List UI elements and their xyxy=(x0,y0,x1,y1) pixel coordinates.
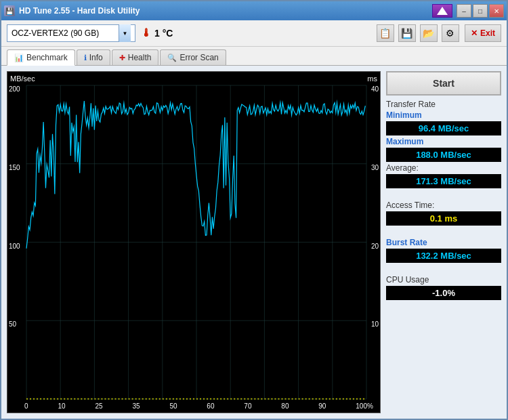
cpu-usage-group: CPU Usage -1.0% xyxy=(386,275,501,300)
burst-rate-group: Burst Rate 132.2 MB/sec xyxy=(386,238,501,263)
folder-icon-btn[interactable]: 📂 xyxy=(420,24,438,42)
burst-rate-value: 132.2 MB/sec xyxy=(386,249,501,263)
start-button[interactable]: Start xyxy=(386,71,501,96)
maximize-button[interactable]: □ xyxy=(473,4,488,18)
exit-label: Exit xyxy=(480,28,495,38)
exit-x-icon: ✕ xyxy=(471,28,478,38)
benchmark-canvas xyxy=(7,72,380,413)
purple-button[interactable] xyxy=(432,4,452,18)
toolbar-icons: 📋 💾 📂 ⚙ xyxy=(377,24,459,42)
copy-icon-btn[interactable]: 📋 xyxy=(377,24,394,42)
save-icon-btn[interactable]: 💾 xyxy=(398,24,416,42)
thermometer-icon: 🌡 xyxy=(141,27,152,39)
x-90: 90 xyxy=(318,402,326,410)
health-tab-label: Health xyxy=(128,53,152,62)
settings-icon-btn[interactable]: ⚙ xyxy=(442,24,459,42)
tab-health[interactable]: ✚ Health xyxy=(112,49,159,65)
cpu-usage-value: -1.0% xyxy=(386,286,501,300)
x-60: 60 xyxy=(207,402,214,410)
minimize-button[interactable]: – xyxy=(457,4,471,18)
tab-benchmark[interactable]: 📊 Benchmark xyxy=(7,49,75,66)
exit-button[interactable]: ✕ Exit xyxy=(465,24,501,42)
drive-selector[interactable]: OCZ-VERTEX2 (90 GB) ▼ xyxy=(7,24,135,42)
x-0: 0 xyxy=(24,402,28,410)
right-panel: Start Transfer Rate Minimum 96.4 MB/sec … xyxy=(386,71,501,413)
cpu-usage-label: CPU Usage xyxy=(386,275,501,285)
x-axis: 0 10 25 35 50 60 70 80 90 100% xyxy=(24,402,373,410)
benchmark-tab-label: Benchmark xyxy=(26,53,68,62)
spacer3 xyxy=(386,267,501,271)
x-25: 25 xyxy=(95,402,102,410)
tab-error-scan[interactable]: 🔍 Error Scan xyxy=(160,49,226,65)
x-50: 50 xyxy=(169,402,177,410)
tab-bar: 📊 Benchmark ℹ Info ✚ Health 🔍 Error Scan xyxy=(1,47,507,66)
tab-info[interactable]: ℹ Info xyxy=(77,49,110,65)
minimum-value: 96.4 MB/sec xyxy=(386,121,501,135)
spacer1 xyxy=(386,192,501,196)
x-100: 100% xyxy=(356,402,373,410)
average-value: 171.3 MB/sec xyxy=(386,174,501,188)
drive-dropdown-arrow[interactable]: ▼ xyxy=(119,24,131,42)
x-35: 35 xyxy=(132,402,140,410)
title-bar-buttons: – □ ✕ xyxy=(432,4,504,18)
access-time-group: Access Time: 0.1 ms xyxy=(386,201,501,226)
app-icon: 💾 xyxy=(4,5,15,16)
spacer2 xyxy=(386,230,501,234)
maximum-value: 188.0 MB/sec xyxy=(386,148,501,162)
info-tab-icon: ℹ xyxy=(84,54,87,62)
maximum-label: Maximum xyxy=(386,137,501,146)
x-70: 70 xyxy=(244,402,251,410)
temperature-display: 🌡 1 °C xyxy=(141,27,173,39)
burst-rate-label: Burst Rate xyxy=(386,238,501,247)
minimum-label: Minimum xyxy=(386,110,501,120)
title-bar-left: 💾 HD Tune 2.55 - Hard Disk Utility xyxy=(4,5,140,16)
temperature-value: 1 °C xyxy=(154,28,173,39)
window-title: HD Tune 2.55 - Hard Disk Utility xyxy=(19,6,140,16)
x-10: 10 xyxy=(58,402,65,410)
close-button[interactable]: ✕ xyxy=(489,4,504,18)
svg-marker-0 xyxy=(437,7,448,15)
main-window: 💾 HD Tune 2.55 - Hard Disk Utility – □ ✕… xyxy=(0,0,508,420)
health-tab-icon: ✚ xyxy=(119,54,125,62)
error-scan-tab-icon: 🔍 xyxy=(167,54,177,62)
x-80: 80 xyxy=(281,402,289,410)
access-time-value: 0.1 ms xyxy=(386,211,501,226)
info-tab-label: Info xyxy=(89,53,103,62)
drive-name: OCZ-VERTEX2 (90 GB) xyxy=(12,28,99,38)
error-scan-tab-label: Error Scan xyxy=(179,53,218,62)
toolbar: OCZ-VERTEX2 (90 GB) ▼ 🌡 1 °C 📋 💾 📂 ⚙ ✕ E… xyxy=(1,20,507,47)
average-label: Average: xyxy=(386,163,501,173)
benchmark-tab-icon: 📊 xyxy=(14,54,24,62)
transfer-rate-label: Transfer Rate xyxy=(386,100,501,109)
title-bar: 💾 HD Tune 2.55 - Hard Disk Utility – □ ✕ xyxy=(1,1,507,20)
main-content: MB/sec ms 200 150 100 50 40 30 20 10 xyxy=(1,66,507,419)
access-time-label: Access Time: xyxy=(386,201,501,210)
benchmark-chart-container: MB/sec ms 200 150 100 50 40 30 20 10 xyxy=(7,71,381,413)
transfer-rate-group: Transfer Rate Minimum 96.4 MB/sec Maximu… xyxy=(386,100,501,188)
